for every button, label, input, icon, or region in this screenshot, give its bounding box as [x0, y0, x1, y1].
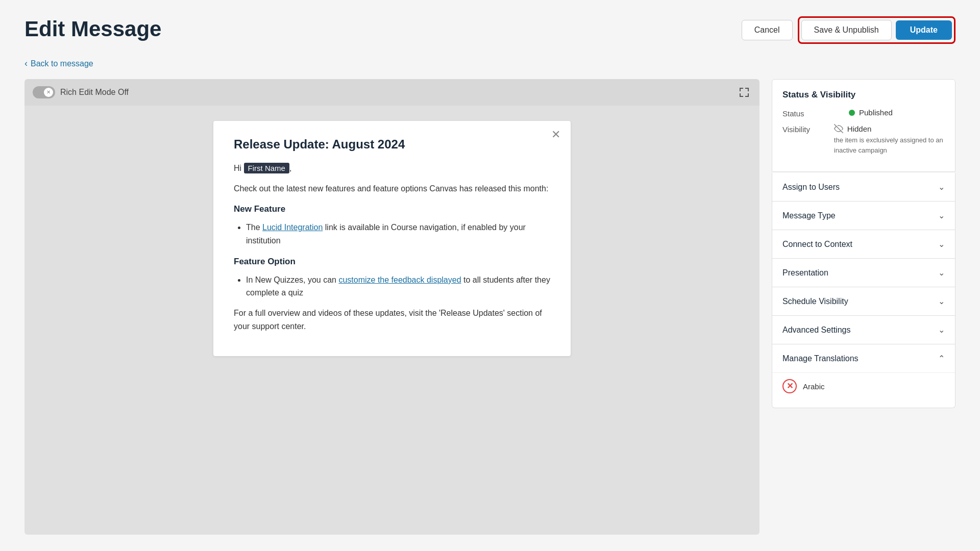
section2-title: Feature Option: [234, 255, 550, 268]
message-title: Release Update: August 2024: [234, 137, 550, 152]
accordion-presentation-header[interactable]: Presentation ⌄: [772, 259, 955, 287]
rich-edit-toggle: Rich Edit Mode Off: [33, 86, 129, 98]
customize-feedback-link[interactable]: customize the feedback displayed: [338, 276, 461, 284]
visibility-label: Visibility: [782, 124, 814, 134]
chevron-down-icon: ⌄: [938, 296, 945, 306]
rich-edit-label: Rich Edit Mode Off: [60, 88, 129, 97]
accordion-schedule-visibility-label: Schedule Visibility: [782, 297, 848, 306]
accordion-manage-translations-header[interactable]: Manage Translations ⌃: [772, 344, 955, 372]
remove-icon: ✕: [787, 382, 793, 390]
accordion-manage-translations-label: Manage Translations: [782, 354, 859, 363]
editor-content: ✕ Release Update: August 2024 Hi First N…: [24, 106, 760, 535]
message-body: Hi First Name, Check out the latest new …: [234, 162, 550, 333]
section1-title: New Feature: [234, 202, 550, 216]
visibility-row: Visibility Hidden: [782, 124, 945, 155]
chevron-up-icon: ⌃: [938, 354, 945, 363]
accordion-assign-to-users-header[interactable]: Assign to Users ⌄: [772, 173, 955, 201]
cancel-button[interactable]: Cancel: [742, 20, 793, 40]
lucid-integration-link[interactable]: Lucid Integration: [262, 223, 323, 232]
translation-language-arabic: Arabic: [803, 382, 825, 391]
page-header: Edit Message Cancel Save & Unpublish Upd…: [24, 16, 955, 44]
accordion-schedule-visibility-header[interactable]: Schedule Visibility ⌄: [772, 287, 955, 315]
status-text: Published: [859, 108, 893, 117]
chevron-down-icon: ⌄: [938, 239, 945, 249]
accordion-advanced-settings: Advanced Settings ⌄: [772, 316, 955, 344]
status-visibility-title: Status & Visibility: [782, 90, 945, 100]
visibility-text: Hidden: [847, 124, 872, 133]
message-footer: For a full overview and videos of these …: [234, 307, 550, 333]
status-label: Status: [782, 108, 828, 118]
message-greeting: Hi First Name,: [234, 162, 550, 175]
editor-toolbar: Rich Edit Mode Off: [24, 79, 760, 106]
section2-bullet1: In New Quizzes, you can customize the fe…: [246, 273, 550, 299]
accordion-presentation: Presentation ⌄: [772, 259, 955, 287]
accordion-schedule-visibility: Schedule Visibility ⌄: [772, 287, 955, 316]
accordion-manage-translations: Manage Translations ⌃ ✕ Arabic: [772, 344, 955, 408]
accordion-assign-to-users-label: Assign to Users: [782, 183, 840, 192]
published-dot-icon: [849, 110, 855, 116]
accordion-connect-to-context-label: Connect to Context: [782, 240, 852, 249]
save-unpublish-button[interactable]: Save & Unpublish: [801, 20, 892, 40]
remove-arabic-button[interactable]: ✕: [782, 379, 797, 393]
accordion-advanced-settings-header[interactable]: Advanced Settings ⌄: [772, 316, 955, 344]
main-layout: Rich Edit Mode Off ✕ Release Update: Aug…: [24, 79, 955, 535]
update-button[interactable]: Update: [896, 20, 952, 40]
translation-item-arabic: ✕ Arabic: [782, 373, 945, 399]
accordion-message-type-label: Message Type: [782, 211, 836, 220]
section1-list: The Lucid Integration link is available …: [246, 221, 550, 247]
accordion-message-type: Message Type ⌄: [772, 202, 955, 230]
accordion-advanced-settings-label: Advanced Settings: [782, 325, 850, 335]
message-intro: Check out the latest new features and fe…: [234, 182, 550, 195]
back-link-label: Back to message: [31, 59, 93, 68]
header-actions: Cancel Save & Unpublish Update: [742, 16, 955, 44]
first-name-badge: First Name: [244, 163, 289, 173]
accordion-message-type-header[interactable]: Message Type ⌄: [772, 202, 955, 230]
sidebar: Status & Visibility Status Published Vis…: [772, 79, 955, 535]
accordion-presentation-label: Presentation: [782, 268, 828, 278]
status-value: Published: [849, 108, 893, 117]
chevron-down-icon: ⌄: [938, 325, 945, 335]
chevron-down-icon: ⌄: [938, 211, 945, 220]
message-close-button[interactable]: ✕: [551, 129, 560, 140]
update-highlight: Save & Unpublish Update: [798, 16, 955, 44]
section2-list: In New Quizzes, you can customize the fe…: [246, 273, 550, 299]
message-card: ✕ Release Update: August 2024 Hi First N…: [213, 121, 571, 356]
visibility-value-block: Hidden the item is exclusively assigned …: [834, 124, 945, 155]
page-title: Edit Message: [24, 17, 161, 41]
accordion-connect-to-context: Connect to Context ⌄: [772, 230, 955, 259]
expand-icon[interactable]: [737, 85, 751, 99]
accordion-manage-translations-body: ✕ Arabic: [772, 372, 955, 408]
back-link[interactable]: ‹ Back to message: [24, 58, 93, 69]
chevron-down-icon: ⌄: [938, 182, 945, 192]
editor-panel: Rich Edit Mode Off ✕ Release Update: Aug…: [24, 79, 760, 535]
visibility-detail: the item is exclusively assigned to an i…: [834, 135, 945, 155]
hidden-icon: [834, 124, 843, 133]
accordion-connect-to-context-header[interactable]: Connect to Context ⌄: [772, 230, 955, 258]
status-row: Status Published: [782, 108, 945, 118]
back-arrow-icon: ‹: [24, 58, 28, 69]
rich-edit-toggle-switch[interactable]: [33, 86, 55, 98]
chevron-down-icon: ⌄: [938, 268, 945, 278]
accordion-assign-to-users: Assign to Users ⌄: [772, 173, 955, 202]
status-visibility-section: Status & Visibility Status Published Vis…: [772, 79, 955, 172]
section1-bullet1: The Lucid Integration link is available …: [246, 221, 550, 247]
